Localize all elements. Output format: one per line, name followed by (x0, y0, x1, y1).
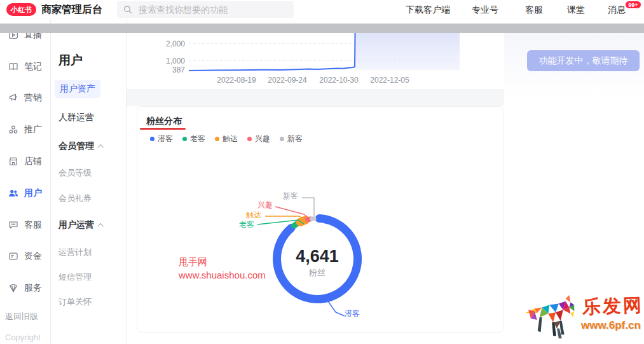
watermark-site-url: www.shuaishou.com (179, 268, 266, 282)
sidebar-item-label: 用户 (24, 188, 42, 199)
nav-customer-service[interactable]: 客服 (525, 4, 543, 16)
fans-total-value: 4,641 (279, 247, 355, 266)
x-tick-1: 2022-08-19 (217, 76, 256, 85)
sidebar-item-shop[interactable]: 店铺 (8, 155, 42, 169)
users-icon (8, 188, 19, 199)
collapse-caret-icon (97, 144, 104, 151)
y-tick-2000: 2,000 (166, 39, 185, 48)
sidebar-item-label: 笔记 (24, 61, 42, 72)
nav-classroom[interactable]: 课堂 (567, 4, 585, 16)
submenu-item-member-coupon[interactable]: 会员礼券 (58, 193, 92, 204)
sidebar-item-label: 店铺 (24, 156, 42, 167)
y-tick-387: 387 (172, 65, 185, 74)
sidebar-item-support[interactable]: 客服 (8, 218, 42, 232)
search-icon (123, 5, 132, 14)
x-tick-2: 2022-09-24 (268, 76, 307, 85)
sidebar-item-marketing[interactable]: 营销 (8, 91, 42, 105)
submenu-group-user-operation[interactable]: 用户运营 (58, 219, 104, 231)
leader-line-xinke (302, 198, 314, 216)
fans-trend-line (189, 33, 355, 71)
back-to-old-version-link[interactable]: 返回旧版 (5, 311, 38, 322)
search-input[interactable] (137, 4, 277, 15)
sidebar-item-users[interactable]: 用户 (8, 186, 42, 200)
copyright-text: Copyright (5, 333, 41, 342)
shuaishou-watermark: 甩手网 www.shuaishou.com (179, 255, 266, 282)
x-tick-4: 2022-12-05 (370, 76, 409, 85)
horizontal-scrollbar[interactable] (0, 24, 644, 33)
6pf-corner-logo: 乐发网 www.6pf.cn (524, 292, 644, 342)
fans-distribution-card: 粉丝分布 潜客 老客 触达 兴趣 新客 (137, 106, 504, 333)
submenu-item-user-assets[interactable]: 用户资产 (55, 80, 100, 98)
sidebar-item-label: 服务 (24, 282, 42, 294)
x-tick-3: 2022-10-30 (319, 76, 359, 85)
app-window: 小红书 商家管理后台 下载客户端 专业号 客服 课堂 消息 99+ 直播 (0, 0, 644, 344)
top-header: 小红书 商家管理后台 下载客户端 专业号 客服 课堂 消息 99+ (0, 0, 644, 19)
card-gap (127, 89, 504, 106)
sidebar-item-label: 推广 (24, 124, 42, 135)
sidebar-item-label: 资金 (24, 251, 42, 262)
donut-chart-svg (137, 107, 504, 332)
submenu-group-member-management[interactable]: 会员管理 (58, 141, 104, 152)
line-chart-svg: 2,000 1,000 387 2022-08-19 2022-09-24 20… (137, 33, 504, 89)
chart-shaded-area (355, 33, 460, 70)
collapse-caret-icon (97, 223, 104, 230)
submenu-group-label: 会员管理 (58, 141, 94, 151)
submenu-item-member-level[interactable]: 会员等级 (58, 167, 92, 179)
y-tick-1000: 1,000 (166, 57, 185, 65)
sidebar-item-services[interactable]: 服务 (8, 281, 42, 295)
corner-logo-site-name: 乐发网 (582, 292, 643, 320)
callout-xinke: 新客 (283, 191, 298, 202)
sidebar-item-notes[interactable]: 笔记 (8, 60, 42, 74)
diamond-shield-icon (8, 282, 19, 294)
message-count-badge: 99+ (625, 1, 641, 9)
fans-trend-chart: 2,000 1,000 387 2022-08-19 2022-09-24 20… (137, 33, 504, 89)
storefront-icon (8, 156, 19, 167)
sidebar-item-funds[interactable]: 资金 (8, 249, 42, 263)
submenu-item-order-care[interactable]: 订单关怀 (58, 296, 92, 308)
nav-messages[interactable]: 消息 (608, 4, 626, 16)
xiaohongshu-logo[interactable]: 小红书 (6, 3, 36, 16)
nav-download-client[interactable]: 下载客户端 (406, 4, 450, 16)
feature-in-development-button[interactable]: 功能开发中，敬请期待 (527, 50, 640, 71)
callout-laoke: 老客 (239, 219, 254, 230)
callout-xingqu: 兴趣 (257, 200, 273, 210)
submenu-item-crowd-operation[interactable]: 人群运营 (58, 112, 94, 123)
lowpoly-bull-icon (524, 292, 587, 342)
watermark-site-name: 甩手网 (179, 255, 266, 268)
submenu-item-operation-plan[interactable]: 运营计划 (58, 247, 92, 258)
secondary-sidebar: 用户 用户资产 人群运营 会员管理 会员等级 会员礼券 用户运营 运营计划 短信… (51, 19, 127, 344)
sidebar-item-label: 营销 (24, 92, 42, 104)
submenu-group-label: 用户运营 (58, 219, 94, 230)
sidebar-item-label: 客服 (24, 219, 42, 231)
sidebar-item-promotion[interactable]: 推广 (8, 123, 42, 137)
circles-icon (8, 124, 19, 135)
notebook-icon (8, 61, 19, 72)
search-box[interactable] (117, 1, 294, 18)
submenu-title: 用户 (58, 52, 83, 69)
submenu-item-sms-management[interactable]: 短信管理 (58, 272, 92, 283)
megaphone-icon (8, 92, 19, 104)
chat-bubble-icon (8, 219, 19, 231)
page-title: 商家管理后台 (41, 0, 102, 19)
nav-professional-account[interactable]: 专业号 (472, 4, 498, 16)
callout-qianke: 潜客 (345, 308, 360, 319)
card-icon (8, 251, 19, 262)
primary-sidebar: 直播 笔记 营销 推广 店铺 用户 (0, 19, 51, 344)
fans-total-label: 粉丝 (279, 267, 355, 279)
corner-logo-site-url: www.6pf.cn (581, 319, 641, 332)
